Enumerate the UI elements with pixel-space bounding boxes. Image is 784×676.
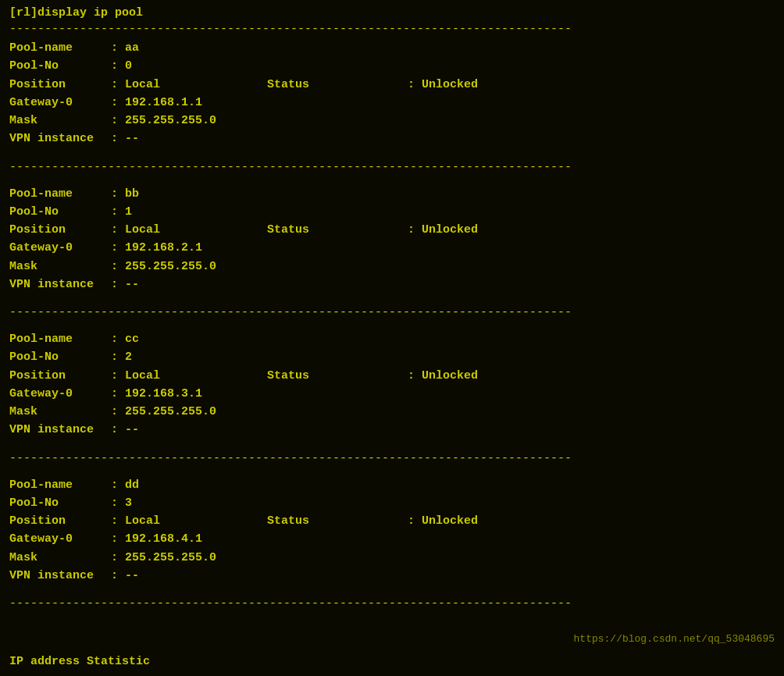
mask-row-0: Mask : 255.255.255.0 [9, 112, 775, 130]
position-value-2: : Local [111, 367, 267, 385]
gateway-label-3: Gateway-0 [9, 530, 111, 548]
status-label-0: Status [267, 76, 408, 94]
mask-value-2: : 255.255.255.0 [111, 403, 216, 421]
pool-no-row-1: Pool-No : 1 [9, 203, 775, 221]
vpn-row-0: VPN instance : -- [9, 130, 775, 148]
pool-name-label-3: Pool-name [9, 476, 111, 494]
status-value-3: : Unlocked [408, 512, 478, 530]
vpn-value-0: : -- [111, 130, 139, 148]
mask-value-3: : 255.255.255.0 [111, 549, 216, 567]
pool-name-value-3: : dd [111, 476, 139, 494]
pool-no-value-2: : 2 [111, 348, 132, 366]
divider-top: ----------------------------------------… [9, 23, 775, 36]
divider-2: ----------------------------------------… [9, 452, 775, 465]
mask-row-1: Mask : 255.255.255.0 [9, 258, 775, 276]
pool-name-label-2: Pool-name [9, 330, 111, 348]
status-label-3: Status [267, 512, 408, 530]
pool-block-2: Pool-name : cc Pool-No : 2 Position : Lo… [9, 330, 775, 439]
gateway-row-0: Gateway-0 : 192.168.1.1 [9, 94, 775, 112]
pool-name-row-3: Pool-name : dd [9, 476, 775, 494]
position-value-3: : Local [111, 512, 267, 530]
vpn-row-2: VPN instance : -- [9, 421, 775, 439]
divider-0: ----------------------------------------… [9, 161, 775, 174]
gateway-label-2: Gateway-0 [9, 385, 111, 403]
pool-name-value-1: : bb [111, 185, 139, 203]
position-row-3: Position : Local Status : Unlocked [9, 512, 775, 530]
vpn-value-2: : -- [111, 421, 139, 439]
status-label-2: Status [267, 367, 408, 385]
pool-name-value-2: : cc [111, 330, 139, 348]
vpn-label-1: VPN instance [9, 276, 111, 294]
pool-no-label-3: Pool-No [9, 494, 111, 512]
status-value-1: : Unlocked [408, 221, 478, 239]
mask-row-2: Mask : 255.255.255.0 [9, 403, 775, 421]
pool-block-1: Pool-name : bb Pool-No : 1 Position : Lo… [9, 185, 775, 294]
watermark: https://blog.csdn.net/qq_53048695 [574, 633, 775, 645]
vpn-row-3: VPN instance : -- [9, 567, 775, 585]
bottom-text: IP address Statistic [9, 655, 150, 668]
gateway-value-3: : 192.168.4.1 [111, 530, 202, 548]
mask-value-0: : 255.255.255.0 [111, 112, 216, 130]
command-line: [rl]display ip pool [9, 6, 775, 20]
mask-value-1: : 255.255.255.0 [111, 258, 216, 276]
pool-name-row-0: Pool-name : aa [9, 39, 775, 57]
vpn-value-3: : -- [111, 567, 139, 585]
pool-no-label-0: Pool-No [9, 57, 111, 75]
gateway-row-3: Gateway-0 : 192.168.4.1 [9, 530, 775, 548]
pool-no-value-0: : 0 [111, 57, 132, 75]
vpn-label-0: VPN instance [9, 130, 111, 148]
pool-no-label-2: Pool-No [9, 348, 111, 366]
pool-no-row-2: Pool-No : 2 [9, 348, 775, 366]
gateway-label-1: Gateway-0 [9, 239, 111, 257]
gateway-row-1: Gateway-0 : 192.168.2.1 [9, 239, 775, 257]
pool-block-0: Pool-name : aa Pool-No : 0 Position : Lo… [9, 39, 775, 148]
pool-no-row-3: Pool-No : 3 [9, 494, 775, 512]
gateway-value-2: : 192.168.3.1 [111, 385, 202, 403]
position-row-0: Position : Local Status : Unlocked [9, 76, 775, 94]
vpn-label-2: VPN instance [9, 421, 111, 439]
divider-3: ----------------------------------------… [9, 597, 775, 610]
status-value-0: : Unlocked [408, 76, 478, 94]
gateway-row-2: Gateway-0 : 192.168.3.1 [9, 385, 775, 403]
gateway-label-0: Gateway-0 [9, 94, 111, 112]
mask-row-3: Mask : 255.255.255.0 [9, 549, 775, 567]
pool-no-value-3: : 3 [111, 494, 132, 512]
pool-name-row-1: Pool-name : bb [9, 185, 775, 203]
mask-label-0: Mask [9, 112, 111, 130]
position-row-2: Position : Local Status : Unlocked [9, 367, 775, 385]
pool-name-value-0: : aa [111, 39, 139, 57]
pool-name-row-2: Pool-name : cc [9, 330, 775, 348]
vpn-label-3: VPN instance [9, 567, 111, 585]
mask-label-3: Mask [9, 549, 111, 567]
position-label-1: Position [9, 221, 111, 239]
position-value-0: : Local [111, 76, 267, 94]
position-label-0: Position [9, 76, 111, 94]
gateway-value-1: : 192.168.2.1 [111, 239, 202, 257]
mask-label-2: Mask [9, 403, 111, 421]
position-label-2: Position [9, 367, 111, 385]
status-label-1: Status [267, 221, 408, 239]
mask-label-1: Mask [9, 258, 111, 276]
vpn-value-1: : -- [111, 276, 139, 294]
divider-1: ----------------------------------------… [9, 306, 775, 319]
terminal-window: [rl]display ip pool --------------------… [0, 0, 784, 676]
pool-no-value-1: : 1 [111, 203, 132, 221]
gateway-value-0: : 192.168.1.1 [111, 94, 202, 112]
position-label-3: Position [9, 512, 111, 530]
position-value-1: : Local [111, 221, 267, 239]
vpn-row-1: VPN instance : -- [9, 276, 775, 294]
pool-no-label-1: Pool-No [9, 203, 111, 221]
pool-name-label-0: Pool-name [9, 39, 111, 57]
pool-no-row-0: Pool-No : 0 [9, 57, 775, 75]
status-value-2: : Unlocked [408, 367, 478, 385]
pool-block-3: Pool-name : dd Pool-No : 3 Position : Lo… [9, 476, 775, 585]
pool-name-label-1: Pool-name [9, 185, 111, 203]
position-row-1: Position : Local Status : Unlocked [9, 221, 775, 239]
